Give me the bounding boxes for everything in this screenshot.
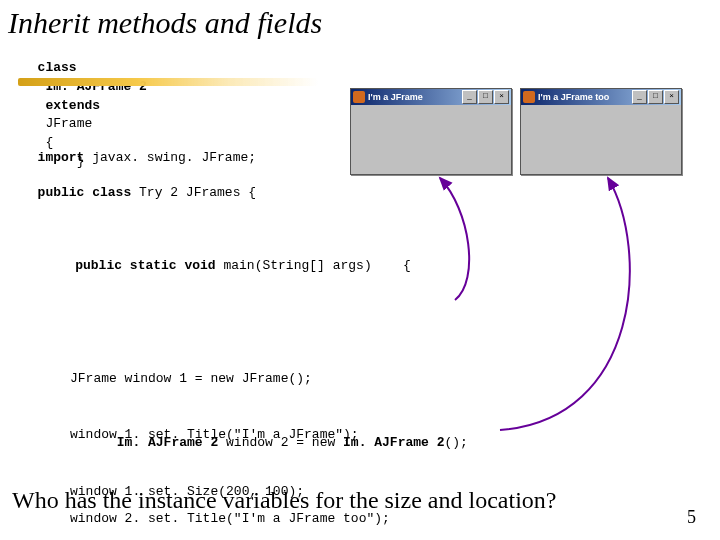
window-buttons: _ □ × [462,90,509,104]
import-statement: import javax. swing. JFrame; [22,130,256,168]
window-title: I'm a JFrame too [538,92,632,102]
type-name: Im. AJFrame 2 [117,435,218,450]
java-icon [353,91,365,103]
main-brace: { [403,258,411,273]
titlebar: I'm a JFrame _ □ × [351,89,511,105]
jframe-window-1: I'm a JFrame _ □ × [350,88,512,175]
maximize-button[interactable]: □ [478,90,493,104]
txt: window 2 = new [218,435,343,450]
minimize-button[interactable]: _ [462,90,477,104]
close-button[interactable]: × [494,90,509,104]
footer-question: Who has the instance variables for the s… [12,487,556,514]
import-path: javax. swing. JFrame; [84,150,256,165]
jframe-window-2: I'm a JFrame too _ □ × [520,88,682,175]
code-line: Im. AJFrame 2 window 2 = new Im. AJFrame… [70,415,468,472]
maximize-button[interactable]: □ [648,90,663,104]
kw-extends: extends [45,98,100,113]
kw-main-sig: public static void [75,258,215,273]
close-button[interactable]: × [664,90,679,104]
ctor-name: Im. AJFrame 2 [343,435,444,450]
window-buttons: _ □ × [632,90,679,104]
main-sig-rest: main(String[] args) [216,258,372,273]
kw-import: import [38,150,85,165]
minimize-button[interactable]: _ [632,90,647,104]
arrow-to-window1 [440,178,469,300]
kw-class: class [38,60,77,75]
slide-title: Inherit methods and fields [8,6,720,40]
class-rest: Try 2 JFrames { [131,185,256,200]
txt: (); [444,435,467,450]
highlight-underline [18,78,318,86]
java-icon [523,91,535,103]
arrow-to-window2 [500,178,630,430]
titlebar: I'm a JFrame too _ □ × [521,89,681,105]
kw-public-class: public class [38,185,132,200]
page-number: 5 [687,507,696,528]
window-title: I'm a JFrame [368,92,462,102]
public-class-line: public class Try 2 JFrames { [22,165,256,203]
